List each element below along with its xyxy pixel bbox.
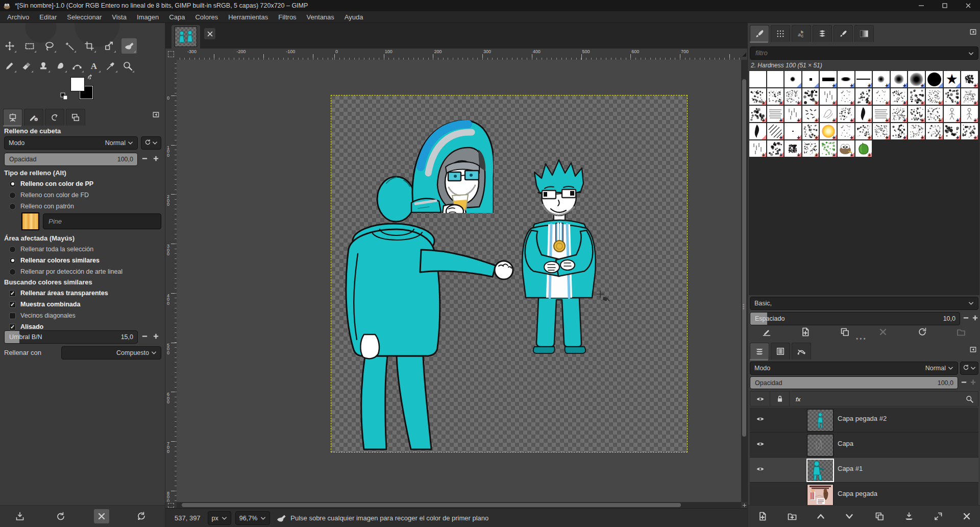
- opacity-decrease-button[interactable]: [140, 153, 149, 166]
- tool-bucket-fill[interactable]: [121, 38, 137, 54]
- delete-layer-button[interactable]: [960, 510, 973, 523]
- duplicate-brush-button[interactable]: [838, 325, 851, 339]
- brush-t1[interactable]: +: [926, 106, 943, 122]
- brush-hln[interactable]: +: [767, 106, 784, 122]
- tool-fuzzy-select[interactable]: [62, 38, 77, 54]
- unit-dropdown[interactable]: px: [208, 511, 231, 525]
- save-settings-button[interactable]: [12, 509, 28, 523]
- dock-tab-layers[interactable]: [750, 343, 769, 360]
- brush-bar[interactable]: +: [820, 71, 837, 87]
- tool-clone[interactable]: [36, 58, 51, 74]
- reset-settings-button[interactable]: [134, 509, 149, 523]
- menu-vista[interactable]: Vista: [107, 12, 132, 22]
- layer-thumbnail[interactable]: [806, 459, 834, 482]
- layer-opacity-increase-button[interactable]: [968, 376, 977, 390]
- checkbox-muestra-combinada[interactable]: ✓Muestra combinada: [9, 299, 108, 310]
- radio-relleno-con-patr-n[interactable]: Relleno con patrón: [9, 201, 93, 212]
- lower-layer-button[interactable]: [843, 510, 856, 523]
- dock-tab-document-history[interactable]: [813, 25, 832, 42]
- menu-colores[interactable]: Colores: [190, 12, 223, 22]
- menu-ventanas[interactable]: Ventanas: [302, 12, 339, 22]
- anchor-layer-button[interactable]: [932, 510, 945, 523]
- dock-tab-tool-options[interactable]: [3, 109, 22, 126]
- dock-menu-icon[interactable]: [152, 111, 160, 120]
- layer-row[interactable]: Capa #1: [750, 458, 978, 483]
- brush-disc[interactable]: [926, 71, 943, 87]
- new-group-button[interactable]: [786, 510, 799, 523]
- layer-thumbnail[interactable]: [807, 434, 834, 457]
- brush-dot[interactable]: [785, 71, 801, 87]
- brush-dotxs[interactable]: [802, 71, 819, 87]
- brush-t1[interactable]: +: [926, 123, 943, 139]
- spacing-increase-button[interactable]: [970, 312, 979, 325]
- quick-mask-toggle[interactable]: [165, 502, 177, 508]
- refresh-brushes-button[interactable]: [916, 325, 929, 339]
- mode-reset-button[interactable]: [141, 136, 161, 150]
- menu-imagen[interactable]: Imagen: [132, 12, 164, 22]
- merge-down-button[interactable]: [902, 510, 916, 523]
- brush-t4[interactable]: +: [749, 106, 766, 122]
- delete-settings-button[interactable]: [94, 509, 109, 523]
- horizontal-scrollbar[interactable]: [177, 502, 741, 508]
- default-colors-icon[interactable]: [60, 92, 68, 102]
- layer-row[interactable]: Capa: [750, 433, 978, 458]
- search-icon[interactable]: [965, 395, 974, 403]
- tool-move[interactable]: [2, 38, 17, 54]
- dock-tab-tool-presets[interactable]: [834, 25, 853, 42]
- brush-dts[interactable]: +: [838, 123, 854, 139]
- tool-pencil[interactable]: [2, 58, 17, 74]
- menu-capa[interactable]: Capa: [164, 12, 190, 22]
- navigation-icon[interactable]: [741, 502, 747, 508]
- vertical-ruler[interactable]: 01 0 02 0 03 0 04 0 05 0 06 0 07 0 08 0 …: [165, 60, 177, 502]
- brush-t4[interactable]: +: [944, 123, 961, 139]
- menu-seleccionar[interactable]: Seleccionar: [62, 12, 107, 22]
- brush-vst[interactable]: +: [820, 88, 837, 105]
- vertical-scrollbar-thumb[interactable]: [742, 79, 746, 437]
- brush-t2[interactable]: +: [855, 88, 872, 105]
- brush-sun[interactable]: +: [820, 123, 837, 139]
- layer-opacity-slider[interactable]: Opacidad 100,0: [750, 376, 958, 389]
- dock-tab-fonts[interactable]: abc: [792, 25, 811, 42]
- maximize-button[interactable]: [933, 0, 957, 11]
- menu-filtros[interactable]: Filtros: [273, 12, 301, 22]
- panel-splitter-handle[interactable]: •••: [743, 304, 745, 310]
- layer-name[interactable]: Capa pegada: [838, 490, 877, 497]
- opacity-slider[interactable]: Opacidad 100,0: [4, 153, 138, 166]
- image-canvas[interactable]: [331, 95, 687, 452]
- spacing-slider[interactable]: Espaciado 10,0: [750, 312, 960, 325]
- menu-ayuda[interactable]: Ayuda: [339, 12, 369, 22]
- brush-t4[interactable]: +: [767, 140, 784, 157]
- radio-relleno-con-color-de-pp[interactable]: Relleno con color de PP: [9, 178, 93, 189]
- threshold-increase-button[interactable]: [151, 330, 160, 344]
- brush-skt[interactable]: +: [820, 106, 837, 122]
- menu-herramientas[interactable]: Herramientas: [223, 12, 273, 22]
- tool-paths[interactable]: [69, 58, 85, 74]
- eye-icon[interactable]: [750, 395, 770, 403]
- brush-t2[interactable]: +: [961, 123, 978, 139]
- brush-t4[interactable]: +: [908, 88, 925, 105]
- brush-star[interactable]: ★: [944, 71, 961, 87]
- duplicate-layer-button[interactable]: [873, 510, 886, 523]
- dock-tab-paths-tab[interactable]: [792, 343, 811, 360]
- brush-splat[interactable]: +: [961, 71, 978, 87]
- radio-relleno-con-color-de-fd[interactable]: Relleno con color de FD: [9, 189, 93, 201]
- dock-tab-device-status[interactable]: i: [24, 109, 43, 126]
- checkbox-vecinos-diagonales[interactable]: Vecinos diagonales: [9, 310, 108, 321]
- brush-group-combo[interactable]: Basic,: [750, 297, 978, 310]
- layer-row[interactable]: Capa pegada #2: [750, 408, 978, 433]
- canvas-viewport[interactable]: [177, 60, 741, 502]
- layer-name[interactable]: Capa #1: [838, 465, 863, 472]
- brush-t4[interactable]: +: [944, 88, 961, 105]
- brush-dgl[interactable]: +: [767, 123, 784, 139]
- tool-rect-select[interactable]: [22, 38, 37, 54]
- dock-tab-gradient-preview[interactable]: [854, 25, 874, 42]
- brush-soft2[interactable]: +: [891, 71, 908, 87]
- threshold-slider[interactable]: Umbral B/N 15,0: [4, 330, 138, 344]
- layer-visibility-eye-icon[interactable]: [756, 415, 765, 425]
- brush-filter-box[interactable]: [750, 46, 978, 60]
- menu-editar[interactable]: Editar: [34, 12, 62, 22]
- brush-filter-input[interactable]: [754, 49, 968, 57]
- brush-t2[interactable]: +: [908, 106, 925, 122]
- new-brush-button[interactable]: [799, 325, 812, 339]
- brush-t1[interactable]: +: [802, 140, 819, 157]
